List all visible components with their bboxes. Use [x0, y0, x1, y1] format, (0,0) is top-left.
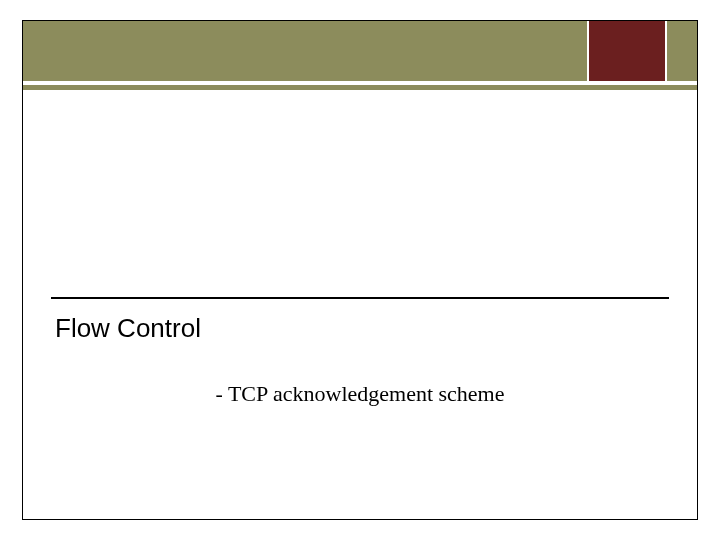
band-thin-olive	[23, 85, 697, 90]
slide-frame: Flow Control - TCP acknowledgement schem…	[22, 20, 698, 520]
horizontal-divider	[51, 297, 669, 299]
slide-subtitle: - TCP acknowledgement scheme	[23, 381, 697, 407]
header-band	[23, 21, 697, 81]
slide-title: Flow Control	[55, 313, 201, 344]
band-maroon	[589, 21, 667, 81]
band-olive-main	[23, 21, 589, 81]
band-olive-small	[667, 21, 697, 81]
